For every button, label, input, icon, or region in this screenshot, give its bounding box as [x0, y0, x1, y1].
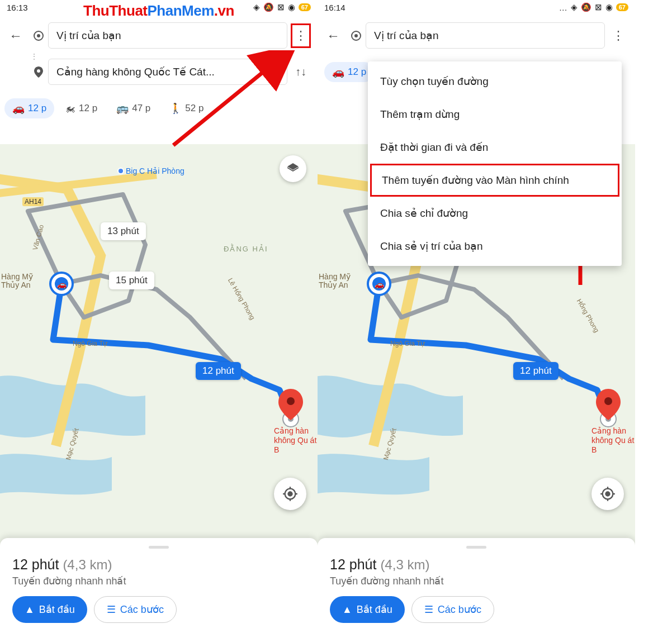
swap-button[interactable]: ↑↓: [291, 60, 311, 84]
menu-set-time[interactable]: Đặt thời gian đi và đến: [368, 131, 622, 164]
sheet-handle[interactable]: [466, 546, 486, 549]
status-time: 16:14: [324, 3, 346, 12]
my-location-button[interactable]: [591, 478, 624, 510]
start-navigation-button[interactable]: ▲Bắt đầu: [330, 596, 405, 623]
directions-header: ← Vị trí của bạn ⋮ ⋮ Cảng hàng không Quố…: [0, 15, 318, 96]
back-button[interactable]: ←: [324, 27, 342, 45]
steps-button[interactable]: ☰Các bước: [411, 596, 494, 623]
route-alt-2-label[interactable]: 15 phút: [109, 272, 154, 289]
wifi-icon: ◉: [288, 2, 295, 12]
more-options-button[interactable]: ⋮: [608, 23, 628, 48]
my-location-button[interactable]: [274, 478, 306, 510]
svg-point-6: [287, 397, 295, 405]
road-ngogiat: Ngô Gia Tự: [73, 340, 107, 348]
navigate-icon: ▲: [342, 604, 352, 616]
back-button[interactable]: ←: [7, 27, 25, 45]
destination-input[interactable]: Cảng hàng không Quốc Tế Cát...: [48, 59, 287, 85]
road-ngogiat: Ngô Gia Tự: [390, 340, 425, 348]
motorcycle-icon: 🏍: [65, 103, 75, 115]
sheet-handle[interactable]: [149, 546, 169, 549]
origin-icon: [351, 31, 361, 41]
list-icon: ☰: [107, 603, 116, 616]
close-box-icon: ⊠: [595, 2, 602, 12]
options-menu: Tùy chọn tuyến đường Thêm trạm dừng Đặt …: [368, 61, 622, 266]
menu-route-options[interactable]: Tùy chọn tuyến đường: [368, 65, 622, 98]
bottom-sheet[interactable]: 12 phút (4,3 km) Tuyến đường nhanh nhất …: [0, 538, 318, 633]
route-description: Tuyến đường nhanh nhất: [330, 575, 623, 587]
dnd-icon: 🔕: [263, 2, 274, 12]
menu-share-directions[interactable]: Chia sẻ chỉ đường: [368, 197, 622, 230]
phone-left: ThuThuatPhanMem.vn 16:13 ◈ 🔕 ⊠ ◉ 67 ← Vị…: [0, 0, 318, 633]
road-ah14: AH14: [22, 197, 44, 206]
route-summary: 12 phút (4,3 km): [12, 556, 305, 573]
bus-icon: 🚌: [116, 102, 129, 115]
status-icons: … ◈ 🔕 ⊠ ◉ 67: [559, 2, 628, 12]
svg-point-14: [604, 397, 612, 405]
layers-button[interactable]: [280, 155, 306, 182]
origin-input[interactable]: Vị trí của bạn: [48, 22, 287, 49]
car-icon: 🚗: [12, 102, 25, 115]
svg-text:🚗: 🚗: [57, 280, 67, 289]
mode-car[interactable]: 🚗12 p: [324, 62, 374, 82]
watermark: ThuThuatPhanMem.vn: [83, 2, 234, 20]
destination-label: Cảng hàn không Qu át B: [274, 426, 318, 454]
poi-bigc[interactable]: Big C Hải Phòng: [117, 166, 184, 175]
status-time: 16:13: [7, 3, 28, 12]
origin-nearby-label: Hàng Mỹ Thủy An: [1, 273, 40, 290]
navigate-icon: ▲: [25, 604, 35, 616]
menu-add-to-home[interactable]: Thêm tuyến đường vào Màn hình chính: [370, 164, 619, 197]
list-icon: ☰: [424, 603, 433, 616]
steps-button[interactable]: ☰Các bước: [94, 596, 177, 623]
start-navigation-button[interactable]: ▲Bắt đầu: [12, 596, 87, 623]
mode-car[interactable]: 🚗12 p: [4, 98, 54, 118]
status-icons: ◈ 🔕 ⊠ ◉ 67: [253, 2, 311, 12]
sync-icon: …: [559, 3, 567, 12]
origin-input[interactable]: Vị trí của bạn: [366, 22, 605, 49]
route-alt-1-label[interactable]: 13 phút: [101, 222, 146, 240]
battery-icon: 67: [616, 3, 628, 11]
dnd-icon: 🔕: [581, 2, 591, 12]
route-main-label[interactable]: 12 phút: [513, 362, 559, 380]
route-summary: 12 phút (4,3 km): [330, 556, 623, 573]
walk-icon: 🚶: [169, 102, 182, 115]
wifi-icon: ◉: [605, 2, 613, 12]
phone-right: 16:14 … ◈ 🔕 ⊠ ◉ 67 ← Vị trí của bạn ⋮ 🚗1…: [318, 0, 635, 633]
waypoint-dots: ⋮: [29, 54, 39, 59]
svg-text:🚗: 🚗: [375, 280, 385, 289]
directions-header: ← Vị trí của bạn ⋮: [318, 15, 635, 60]
car-icon: 🚗: [332, 66, 344, 78]
district-label: ĐẰNG HẢI: [224, 245, 268, 253]
route-description: Tuyến đường nhanh nhất: [12, 575, 305, 587]
destination-label: Cảng hàn không Qu át B: [591, 426, 635, 454]
battery-icon: 67: [299, 3, 311, 11]
location-icon: ◈: [571, 2, 578, 12]
mode-transit[interactable]: 🚌47 p: [108, 98, 158, 118]
close-box-icon: ⊠: [277, 2, 285, 12]
travel-modes: 🚗12 p 🏍12 p 🚌47 p 🚶52 p: [0, 96, 318, 124]
destination-icon: [34, 67, 44, 77]
menu-add-stop[interactable]: Thêm trạm dừng: [368, 98, 622, 131]
mode-walk[interactable]: 🚶52 p: [162, 98, 211, 118]
origin-icon: [34, 31, 44, 41]
location-icon: ◈: [253, 2, 260, 12]
origin-nearby-label: Hàng Mỹ Thủy An: [319, 273, 358, 290]
menu-share-location[interactable]: Chia sẻ vị trí của bạn: [368, 230, 622, 263]
status-bar: 16:14 … ◈ 🔕 ⊠ ◉ 67: [318, 0, 635, 15]
more-options-button[interactable]: ⋮: [291, 23, 311, 48]
mode-motorcycle[interactable]: 🏍12 p: [58, 99, 105, 118]
route-main-label[interactable]: 12 phút: [196, 362, 241, 380]
bottom-sheet[interactable]: 12 phút (4,3 km) Tuyến đường nhanh nhất …: [318, 538, 635, 633]
